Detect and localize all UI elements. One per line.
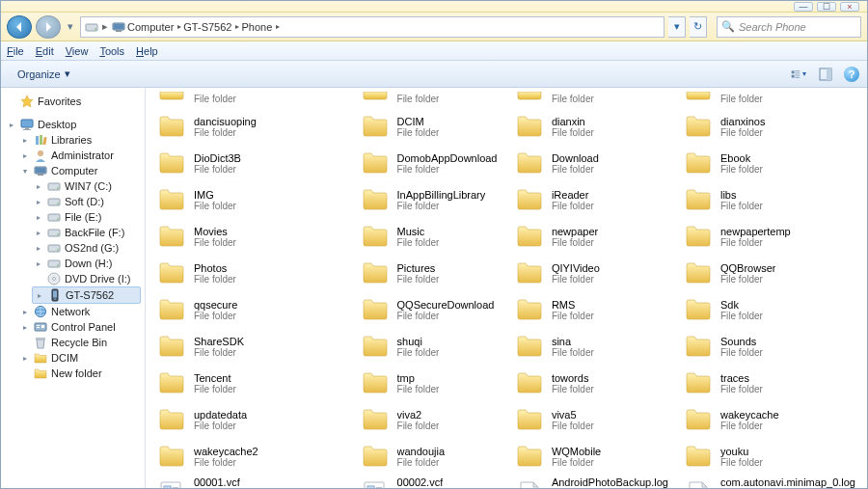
navigation-pane[interactable]: Favorites ▸ Desktop ▸Libraries ▸Administ…	[1, 88, 146, 489]
folder-icon	[515, 405, 544, 434]
list-item[interactable]: Ebook File folder	[680, 146, 859, 180]
list-item[interactable]: wandoujia File folder	[357, 439, 503, 474]
list-item[interactable]: File folder	[511, 92, 672, 107]
nav-forward-button[interactable]	[36, 15, 61, 39]
folder-icon	[157, 258, 186, 287]
nav-history-drop[interactable]: ▾	[65, 15, 76, 39]
folder-icon	[361, 185, 390, 214]
search-input[interactable]: 🔍 Search Phone	[717, 16, 861, 38]
list-item[interactable]: DomobAppDownload File folder	[357, 146, 503, 180]
library-icon	[34, 133, 47, 147]
folder-icon	[361, 332, 390, 361]
folder-icon	[361, 442, 390, 471]
list-item[interactable]: File folder	[357, 92, 503, 107]
menu-view[interactable]: View	[66, 45, 89, 57]
list-item[interactable]: wakeycache File folder	[680, 402, 859, 437]
list-item[interactable]: com.autonavi.minimap_0.log Text Document…	[680, 475, 859, 489]
list-item[interactable]: Photos File folder	[153, 256, 349, 290]
list-item[interactable]: WQMobile File folder	[511, 439, 672, 474]
list-item[interactable]: tmp File folder	[357, 366, 503, 400]
sidebar-drive-d[interactable]: ▸Soft (D:)	[32, 194, 141, 209]
folder-partial-icon	[515, 92, 544, 104]
item-name: wandoujia	[397, 446, 446, 457]
list-item[interactable]: wakeycache2 File folder	[153, 439, 349, 474]
list-item[interactable]: Pictures File folder	[357, 256, 503, 290]
list-item[interactable]: ShareSDK File folder	[153, 329, 349, 364]
file-list[interactable]: File folder File folder File folder File…	[146, 88, 867, 489]
sidebar-device-selected[interactable]: ▸GT-S7562	[32, 286, 141, 304]
min-button[interactable]: —	[794, 2, 813, 12]
list-item[interactable]: iReader File folder	[511, 182, 672, 217]
list-item[interactable]: libs File folder	[680, 182, 859, 217]
sidebar-dcim[interactable]: ▸DCIM	[18, 350, 141, 366]
sidebar-network[interactable]: ▸Network	[18, 304, 141, 319]
sidebar-desktop[interactable]: ▸ Desktop	[5, 117, 141, 132]
list-item[interactable]: newpaper File folder	[511, 219, 672, 254]
list-item[interactable]: QQBrowser File folder	[680, 256, 859, 290]
list-item[interactable]: Sdk File folder	[680, 292, 859, 327]
menu-file[interactable]: File	[7, 45, 24, 57]
close-button[interactable]: ×	[840, 2, 859, 12]
sidebar-control-panel[interactable]: ▸Control Panel	[18, 319, 141, 335]
list-item[interactable]: Download File folder	[511, 146, 672, 180]
list-item[interactable]: 00001.vcf VCard file82.0 KB	[153, 475, 349, 489]
list-item[interactable]: viva5 File folder	[511, 402, 672, 437]
list-item[interactable]: Sounds File folder	[680, 329, 859, 364]
list-item[interactable]: qqsecure File folder	[153, 292, 349, 327]
sidebar-drive-c[interactable]: ▸WIN7 (C:)	[32, 178, 141, 194]
max-button[interactable]: ☐	[817, 2, 836, 12]
list-item[interactable]: sina File folder	[511, 329, 672, 364]
list-item[interactable]: InAppBillingLibrary File folder	[357, 182, 503, 217]
breadcrumb[interactable]: ▸ Computer▸ GT-S7562▸ Phone▸	[80, 16, 665, 38]
sidebar-favorites[interactable]: Favorites	[5, 94, 141, 109]
list-item[interactable]: towords File folder	[511, 366, 672, 400]
list-item[interactable]: viva2 File folder	[357, 402, 503, 437]
sidebar-drive-g[interactable]: ▸OS2nd (G:)	[32, 240, 141, 256]
nav-back-button[interactable]	[7, 15, 32, 39]
sidebar-recycle-bin[interactable]: Recycle Bin	[18, 335, 141, 350]
refresh-button[interactable]: ↻	[690, 16, 707, 38]
list-item[interactable]: Music File folder	[357, 219, 503, 254]
sidebar-admin[interactable]: ▸Administrator	[18, 148, 141, 163]
list-item[interactable]: File folder	[680, 92, 859, 107]
sidebar-computer[interactable]: ▾Computer	[18, 163, 141, 178]
preview-pane-button[interactable]	[817, 66, 834, 83]
list-item[interactable]: AndroidPhotoBackup.log Text Document420 …	[511, 475, 672, 489]
list-item[interactable]: traces File folder	[680, 366, 859, 400]
sidebar-libraries[interactable]: ▸Libraries	[18, 132, 141, 148]
list-item[interactable]: newpapertemp File folder	[680, 219, 859, 254]
item-name: Music	[397, 226, 440, 237]
list-item[interactable]: shuqi File folder	[357, 329, 503, 364]
sidebar-drive-f[interactable]: ▸BackFile (F:)	[32, 225, 141, 240]
list-item[interactable]: Movies File folder	[153, 219, 349, 254]
views-button[interactable]: ▾	[790, 66, 807, 83]
sidebar-dvd[interactable]: DVD Drive (I:)	[32, 271, 141, 286]
list-item[interactable]: IMG File folder	[153, 182, 349, 217]
breadcrumb-drop[interactable]: ▾	[668, 16, 686, 38]
list-item[interactable]: dianxin File folder	[511, 109, 672, 144]
list-item[interactable]: updatedata File folder	[153, 402, 349, 437]
list-item[interactable]: Tencent File folder	[153, 366, 349, 400]
list-item[interactable]: QQSecureDownload File folder	[357, 292, 503, 327]
menu-help[interactable]: Help	[136, 45, 158, 57]
sidebar-drive-e[interactable]: ▸File (E:)	[32, 209, 141, 225]
list-item[interactable]: File folder	[153, 92, 349, 107]
network-icon	[34, 305, 47, 318]
phone-icon	[48, 288, 62, 302]
list-item[interactable]: 00002.vcf VCard file8.42 KB	[357, 475, 503, 489]
list-item[interactable]: DioDict3B File folder	[153, 146, 349, 180]
list-item[interactable]: dianxinos File folder	[680, 109, 859, 144]
list-item[interactable]: dancisuoping File folder	[153, 109, 349, 144]
folder-icon	[684, 368, 713, 397]
menu-tools[interactable]: Tools	[99, 45, 124, 57]
help-button[interactable]: ?	[844, 67, 859, 82]
list-item[interactable]: QIYIVideo File folder	[511, 256, 672, 290]
sidebar-new-folder[interactable]: New folder	[18, 366, 141, 381]
list-item[interactable]: RMS File folder	[511, 292, 672, 327]
list-item[interactable]: DCIM File folder	[357, 109, 503, 144]
menu-edit[interactable]: Edit	[36, 45, 54, 57]
folder-icon	[361, 222, 390, 251]
organize-button[interactable]: Organize▾	[9, 64, 79, 84]
list-item[interactable]: youku File folder	[680, 439, 859, 474]
sidebar-drive-h[interactable]: ▸Down (H:)	[32, 256, 141, 271]
